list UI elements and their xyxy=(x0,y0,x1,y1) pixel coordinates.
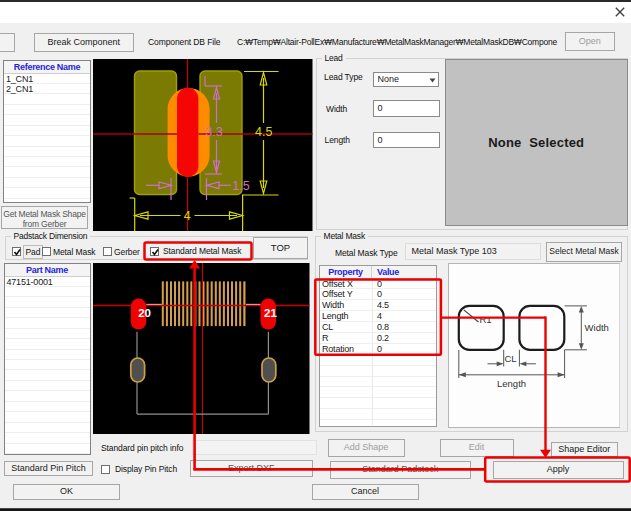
svg-text:Length: Length xyxy=(497,378,526,389)
svg-text:3.3: 3.3 xyxy=(205,125,222,139)
svg-text:1.5: 1.5 xyxy=(232,179,249,193)
svg-text:21: 21 xyxy=(264,307,277,319)
svg-text:4: 4 xyxy=(184,209,191,223)
svg-text:CL: CL xyxy=(504,353,516,364)
svg-text:R1: R1 xyxy=(479,314,491,325)
svg-text:20: 20 xyxy=(138,307,151,319)
svg-text:4.5: 4.5 xyxy=(255,125,272,139)
svg-text:Width: Width xyxy=(584,322,608,333)
